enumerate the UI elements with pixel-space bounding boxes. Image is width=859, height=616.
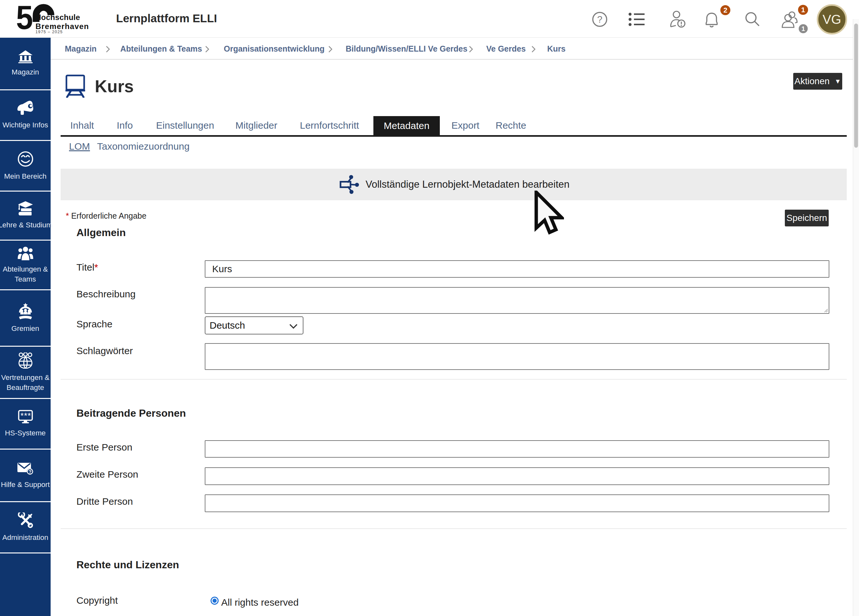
svg-text:Bremerhaven: Bremerhaven (36, 22, 89, 31)
svg-text:?: ? (28, 469, 31, 474)
svg-text:Hochschule: Hochschule (36, 13, 80, 22)
svg-text:?: ? (597, 14, 602, 25)
svg-text:1975 – 2025: 1975 – 2025 (36, 30, 63, 34)
svg-text:5: 5 (16, 2, 33, 36)
svg-text:***: *** (20, 411, 31, 421)
